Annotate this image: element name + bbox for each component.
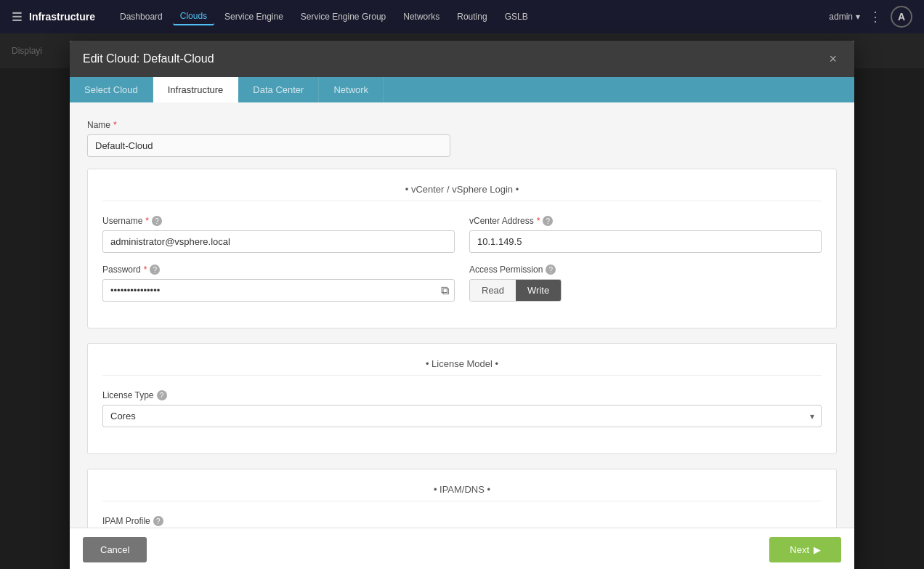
password-help-icon[interactable]: ? [150,265,160,275]
admin-label: admin [829,12,853,22]
vcenter-address-field-group: vCenter Address * ? [469,216,822,253]
tab-network[interactable]: Network [319,77,384,102]
brand: ☰ Infrastructure [12,10,95,24]
tab-data-center[interactable]: Data Center [238,77,319,102]
next-arrow-icon: ▶ [814,544,821,555]
vcenter-row-1: Username * ? vCenter Address [102,216,822,265]
username-col: Username * ? [102,216,455,265]
chevron-down-icon: ▾ [856,12,860,22]
username-field-group: Username * ? [102,216,455,253]
name-input[interactable] [87,134,450,157]
nav-service-engine[interactable]: Service Engine [217,9,291,25]
license-type-help-icon[interactable]: ? [157,390,167,400]
modal: Edit Cloud: Default-Cloud × Select Cloud… [70,41,854,569]
password-label: Password * ? [102,265,455,275]
topnav-right: admin ▾ ⋮ A [829,6,912,28]
modal-footer: Cancel Next ▶ [70,528,854,569]
password-input[interactable] [102,279,455,302]
password-field-wrapper: ⧉ [102,279,455,302]
cancel-button[interactable]: Cancel [83,537,147,562]
modal-close-button[interactable]: × [824,51,841,67]
username-input[interactable] [102,230,455,253]
username-required-star: * [145,216,149,226]
modal-tabs: Select Cloud Infrastructure Data Center … [70,77,854,102]
nav-clouds[interactable]: Clouds [173,8,214,25]
nav-links: Dashboard Clouds Service Engine Service … [113,8,811,25]
license-section: • License Model • License Type ? Cores S… [87,343,837,454]
next-button[interactable]: Next ▶ [769,537,841,562]
license-type-label: License Type ? [102,390,822,400]
bg-content: Displayi Edit Cloud: Default-Cloud × Sel… [0,33,924,569]
password-col: Password * ? ⧉ [102,265,455,313]
license-type-field-group: License Type ? Cores Sockets Throughput … [102,390,822,427]
admin-dropdown[interactable]: admin ▾ [829,12,860,22]
vcenter-address-help-icon[interactable]: ? [543,216,553,226]
access-permission-label: Access Permission ? [469,265,822,275]
password-field-group: Password * ? ⧉ [102,265,455,302]
vcenter-address-required-star: * [537,216,540,226]
modal-overlay: Edit Cloud: Default-Cloud × Select Cloud… [0,33,924,569]
username-help-icon[interactable]: ? [152,216,162,226]
vcenter-address-input[interactable] [469,230,822,253]
password-copy-icon[interactable]: ⧉ [441,284,449,297]
topnav: ☰ Infrastructure Dashboard Clouds Servic… [0,0,924,33]
access-permission-col: Access Permission ? Read Write [469,265,822,313]
modal-body: Name * • vCenter / vSphere Login • [70,102,854,528]
modal-title: Edit Cloud: Default-Cloud [83,52,214,65]
access-permission-help-icon[interactable]: ? [546,265,556,275]
ipam-section: • IPAM/DNS • IPAM Profile ? Select IPAM … [87,469,837,528]
nav-dashboard[interactable]: Dashboard [113,9,170,25]
vcenter-row-2: Password * ? ⧉ [102,265,822,313]
name-field-group: Name * [87,120,837,157]
ipam-section-title: • IPAM/DNS • [102,484,822,501]
modal-header: Edit Cloud: Default-Cloud × [70,41,854,77]
nav-routing[interactable]: Routing [450,9,494,25]
ipam-profile-field-group: IPAM Profile ? Select IPAM Profile ▾ [102,516,822,528]
tab-select-cloud[interactable]: Select Cloud [70,77,153,102]
name-label: Name * [87,120,837,130]
brand-label: Infrastructure [29,11,95,23]
dots-icon[interactable]: ⋮ [869,9,882,25]
ipam-profile-label: IPAM Profile ? [102,516,822,526]
vcenter-section: • vCenter / vSphere Login • Username * ? [87,169,837,328]
avi-logo: A [891,6,912,28]
next-label: Next [790,544,809,555]
nav-gslb[interactable]: GSLB [498,9,535,25]
username-label: Username * ? [102,216,455,226]
name-required-star: * [113,120,117,130]
license-type-select-wrapper: Cores Sockets Throughput ▾ [102,405,822,427]
license-section-title: • License Model • [102,358,822,376]
perm-write-button[interactable]: Write [516,280,561,301]
license-type-select[interactable]: Cores Sockets Throughput [102,405,822,427]
vcenter-address-label: vCenter Address * ? [469,216,822,226]
access-permission-field-group: Access Permission ? Read Write [469,265,822,302]
vcenter-section-title: • vCenter / vSphere Login • [102,184,822,201]
tab-infrastructure[interactable]: Infrastructure [153,77,239,102]
password-required-star: * [144,265,147,275]
hamburger-icon[interactable]: ☰ [12,10,22,24]
access-permission-group: Read Write [469,279,562,302]
vcenter-address-col: vCenter Address * ? [469,216,822,265]
nav-service-engine-group[interactable]: Service Engine Group [293,9,393,25]
perm-read-button[interactable]: Read [470,280,516,301]
nav-networks[interactable]: Networks [396,9,447,25]
ipam-profile-help-icon[interactable]: ? [153,516,163,526]
